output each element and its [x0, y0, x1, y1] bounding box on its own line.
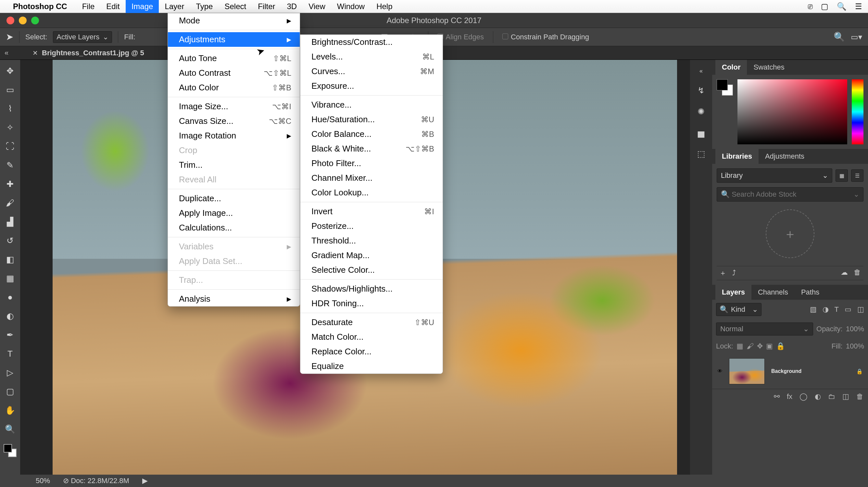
filter-type-icon[interactable]: T	[835, 305, 839, 314]
adjustments-item-desaturate[interactable]: Desaturate⇧⌘U	[300, 315, 443, 330]
image-menu-item-duplicate[interactable]: Duplicate...	[168, 191, 300, 206]
menu-file[interactable]: File	[76, 0, 101, 13]
collapse-toolbox-icon[interactable]: «	[4, 49, 8, 57]
window-zoom-button[interactable]	[31, 17, 39, 24]
image-menu-item-image-size[interactable]: Image Size...⌥⌘I	[168, 99, 300, 114]
image-menu-item-canvas-size[interactable]: Canvas Size...⌥⌘C	[168, 114, 300, 128]
library-select[interactable]: Library⌄	[717, 168, 832, 183]
library-drop-zone[interactable]: ＋	[717, 202, 864, 266]
marquee-tool[interactable]: ▭	[2, 82, 18, 97]
adjustments-item-vibrance[interactable]: Vibrance...	[300, 97, 443, 112]
align-edges-checkbox[interactable]: Align Edges	[437, 33, 484, 41]
menu-type[interactable]: Type	[190, 0, 219, 13]
zoom-level[interactable]: 50%	[36, 477, 50, 485]
menu-select[interactable]: Select	[219, 0, 252, 13]
eyedropper-tool[interactable]: ✎	[2, 157, 18, 173]
paths-tab[interactable]: Paths	[795, 285, 826, 300]
workspace-icon[interactable]: ▭▾	[851, 32, 862, 41]
layer-thumbnail[interactable]	[729, 358, 765, 384]
link-layers-button[interactable]: ⚯	[774, 392, 780, 401]
type-tool[interactable]: T	[2, 346, 18, 362]
mask-button[interactable]: ◯	[800, 392, 808, 401]
zoom-tool[interactable]: 🔍	[2, 421, 18, 437]
menu-filter[interactable]: Filter	[252, 0, 281, 13]
path-select-tool[interactable]: ▷	[2, 365, 18, 380]
library-search-input[interactable]: 🔍 Search Adobe Stock ⌄	[717, 187, 864, 202]
lasso-tool[interactable]: ⌇	[2, 101, 18, 116]
magic-wand-tool[interactable]: ✧	[2, 120, 18, 135]
healing-brush-tool[interactable]: ✚	[2, 176, 18, 192]
arrow-tool-icon[interactable]: ➤	[6, 32, 13, 42]
spotlight-icon[interactable]: 🔍	[837, 2, 846, 11]
menu-view[interactable]: View	[303, 0, 331, 13]
constrain-checkbox[interactable]: Constrain Path Dragging	[502, 33, 589, 41]
add-asset-button[interactable]: ＋	[719, 269, 726, 277]
blur-tool[interactable]: ●	[2, 289, 18, 305]
hue-slider[interactable]	[852, 79, 864, 144]
menu-3d[interactable]: 3D	[281, 0, 303, 13]
window-close-button[interactable]	[6, 17, 14, 24]
filter-adjust-icon[interactable]: ◑	[823, 305, 829, 314]
histogram-panel-icon[interactable]: ▅	[698, 128, 704, 138]
adjustments-item-levels[interactable]: Levels...⌘L	[300, 50, 443, 64]
document-tab[interactable]: Brightness_Contrast1.jpg @ 5	[42, 49, 144, 57]
visibility-icon[interactable]: 👁	[717, 368, 722, 374]
adjustments-item-color-lookup[interactable]: Color Lookup...	[300, 185, 443, 200]
image-menu-item-analysis[interactable]: Analysis▶	[168, 292, 300, 306]
adjustments-item-curves[interactable]: Curves...⌘M	[300, 64, 443, 79]
lock-position-icon[interactable]: ✥	[757, 342, 763, 350]
channels-tab[interactable]: Channels	[751, 285, 795, 300]
new-layer-button[interactable]: ◫	[842, 392, 849, 401]
adjustments-item-hdr-toning[interactable]: HDR Toning...	[300, 296, 443, 311]
adjustments-item-invert[interactable]: Invert⌘I	[300, 204, 443, 219]
image-menu-item-mode[interactable]: Mode▶	[168, 13, 300, 28]
menu-help[interactable]: Help	[371, 0, 398, 13]
adjustments-item-exposure[interactable]: Exposure...	[300, 79, 443, 93]
opacity-value[interactable]: 100%	[846, 325, 864, 333]
filter-shape-icon[interactable]: ▭	[845, 305, 851, 314]
image-menu-item-auto-tone[interactable]: Auto Tone⇧⌘L	[168, 51, 300, 66]
brush-tool[interactable]: 🖌	[2, 195, 18, 211]
layer-row-background[interactable]: 👁 Background 🔒	[712, 354, 868, 389]
adjustments-item-equalize[interactable]: Equalize	[300, 359, 443, 374]
menu-layer[interactable]: Layer	[159, 0, 190, 13]
filter-smart-icon[interactable]: ◫	[857, 305, 864, 314]
status-flyout-icon[interactable]: ▶	[142, 477, 148, 485]
layers-tab[interactable]: Layers	[715, 285, 751, 300]
adjustments-item-brightness-contrast[interactable]: Brightness/Contrast...	[300, 35, 443, 50]
adjustments-item-hue-saturation[interactable]: Hue/Saturation...⌘U	[300, 112, 443, 127]
adjustments-item-replace-color[interactable]: Replace Color...	[300, 344, 443, 359]
move-tool[interactable]: ✥	[2, 63, 18, 79]
adjustments-tab[interactable]: Adjustments	[758, 149, 811, 164]
lock-pixels-icon[interactable]: 🖌	[747, 342, 754, 350]
collapse-panels-icon[interactable]: «	[700, 68, 703, 75]
select-layers-dropdown[interactable]: Active Layers⌄	[53, 31, 112, 43]
adjustments-item-channel-mixer[interactable]: Channel Mixer...	[300, 171, 443, 185]
crop-tool[interactable]: ⛶	[2, 139, 18, 154]
filter-pixel-icon[interactable]: ▧	[810, 305, 817, 314]
blend-mode-select[interactable]: Normal⌄	[716, 322, 813, 336]
menu-edit[interactable]: Edit	[100, 0, 125, 13]
layer-name[interactable]: Background	[771, 368, 801, 374]
doc-size[interactable]: ⊘ Doc: 22.8M/22.8M	[63, 477, 129, 485]
foreground-background-colors[interactable]	[4, 444, 17, 457]
group-button[interactable]: 🗀	[828, 392, 835, 401]
swatches-tab[interactable]: Swatches	[747, 60, 791, 75]
upload-button[interactable]: ⤴	[732, 269, 736, 277]
grid-view-button[interactable]: ▦	[836, 169, 848, 182]
fg-bg-swatches[interactable]	[717, 79, 733, 95]
layer-filter-kind[interactable]: 🔍 Kind ⌄	[716, 303, 762, 316]
adjustments-item-gradient-map[interactable]: Gradient Map...	[300, 248, 443, 263]
libraries-tab[interactable]: Libraries	[715, 149, 758, 164]
navigator-panel-icon[interactable]: ⬚	[697, 149, 705, 159]
image-menu-item-adjustments[interactable]: Adjustments▶	[168, 32, 300, 47]
cloud-icon[interactable]: ☁	[841, 268, 848, 276]
clone-stamp-tool[interactable]: ▟	[2, 214, 18, 230]
image-menu-item-image-rotation[interactable]: Image Rotation▶	[168, 128, 300, 143]
image-menu-item-calculations[interactable]: Calculations...	[168, 221, 300, 235]
menu-image[interactable]: Image	[126, 0, 159, 13]
history-brush-tool[interactable]: ↺	[2, 233, 18, 248]
image-menu-item-trim[interactable]: Trim...	[168, 158, 300, 172]
pen-tool[interactable]: ✒	[2, 327, 18, 343]
adjustments-item-selective-color[interactable]: Selective Color...	[300, 263, 443, 277]
